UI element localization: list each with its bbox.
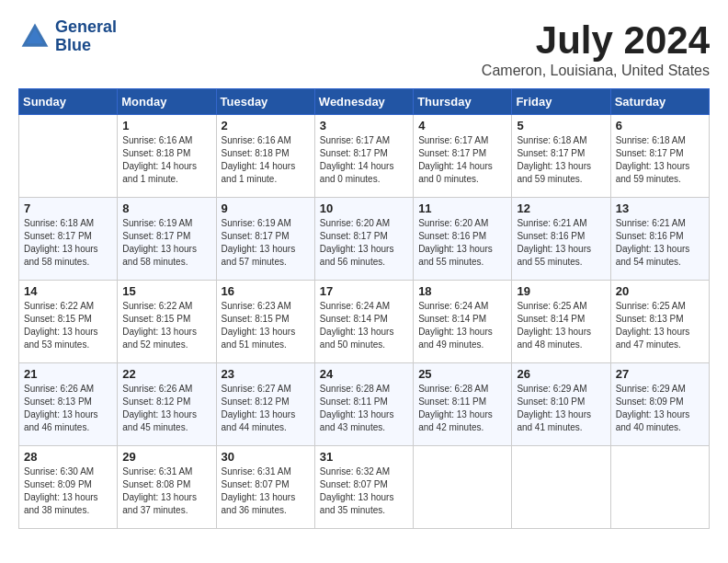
day-info: Sunrise: 6:18 AMSunset: 8:17 PMDaylight:… [517,134,605,186]
week-row-1: 1Sunrise: 6:16 AMSunset: 8:18 PMDaylight… [19,115,710,198]
day-info: Sunrise: 6:26 AMSunset: 8:12 PMDaylight:… [122,383,210,434]
calendar-cell [610,446,709,529]
calendar-cell: 25Sunrise: 6:28 AMSunset: 8:11 PMDayligh… [414,363,512,446]
day-number: 6 [616,119,704,132]
calendar-cell: 21Sunrise: 6:26 AMSunset: 8:13 PMDayligh… [19,363,118,446]
calendar-cell: 11Sunrise: 6:20 AMSunset: 8:16 PMDayligh… [414,198,512,281]
calendar-cell: 19Sunrise: 6:25 AMSunset: 8:14 PMDayligh… [512,281,610,363]
day-number: 20 [616,284,704,298]
day-number: 13 [616,201,704,215]
calendar-cell: 6Sunrise: 6:18 AMSunset: 8:17 PMDaylight… [610,115,709,198]
week-row-5: 28Sunrise: 6:30 AMSunset: 8:09 PMDayligh… [19,446,710,529]
week-row-2: 7Sunrise: 6:18 AMSunset: 8:17 PMDaylight… [19,198,710,281]
day-number: 18 [418,284,506,298]
day-number: 1 [122,119,210,132]
day-number: 27 [616,367,704,381]
day-number: 29 [122,450,210,464]
calendar-cell: 22Sunrise: 6:26 AMSunset: 8:12 PMDayligh… [118,363,216,446]
calendar-cell: 4Sunrise: 6:17 AMSunset: 8:17 PMDaylight… [414,115,512,198]
day-info: Sunrise: 6:18 AMSunset: 8:17 PMDaylight:… [24,217,112,269]
day-number: 3 [320,119,408,132]
day-info: Sunrise: 6:18 AMSunset: 8:17 PMDaylight:… [616,134,704,186]
day-info: Sunrise: 6:21 AMSunset: 8:16 PMDaylight:… [517,217,605,269]
day-info: Sunrise: 6:31 AMSunset: 8:07 PMDaylight:… [222,465,310,517]
logo-line1: General [55,18,117,37]
logo-text: General Blue [55,18,117,55]
day-number: 31 [320,450,408,464]
calendar-cell [19,115,118,198]
calendar-cell: 12Sunrise: 6:21 AMSunset: 8:16 PMDayligh… [512,198,610,281]
day-info: Sunrise: 6:31 AMSunset: 8:08 PMDaylight:… [122,465,210,517]
day-number: 7 [24,201,112,215]
day-number: 9 [222,201,310,215]
day-number: 2 [222,119,310,132]
day-number: 28 [24,450,112,464]
day-number: 12 [517,201,605,215]
day-number: 10 [320,201,408,215]
calendar-cell: 13Sunrise: 6:21 AMSunset: 8:16 PMDayligh… [610,198,709,281]
weekday-header-sunday: Sunday [19,89,118,115]
calendar-cell: 24Sunrise: 6:28 AMSunset: 8:11 PMDayligh… [314,363,413,446]
calendar-cell: 9Sunrise: 6:19 AMSunset: 8:17 PMDaylight… [216,198,314,281]
week-row-4: 21Sunrise: 6:26 AMSunset: 8:13 PMDayligh… [19,363,710,446]
calendar-cell: 29Sunrise: 6:31 AMSunset: 8:08 PMDayligh… [118,446,216,529]
logo: General Blue [18,18,117,55]
location: Cameron, Louisiana, United States [482,63,710,79]
page-header: General Blue July 2024 Cameron, Louisian… [18,18,710,79]
day-info: Sunrise: 6:25 AMSunset: 8:14 PMDaylight:… [517,300,605,351]
day-info: Sunrise: 6:19 AMSunset: 8:17 PMDaylight:… [222,217,310,269]
day-number: 23 [222,367,310,381]
day-number: 5 [517,119,605,132]
calendar-cell: 2Sunrise: 6:16 AMSunset: 8:18 PMDaylight… [216,115,314,198]
calendar-cell: 7Sunrise: 6:18 AMSunset: 8:17 PMDaylight… [19,198,118,281]
calendar-cell: 20Sunrise: 6:25 AMSunset: 8:13 PMDayligh… [610,281,709,363]
day-number: 26 [517,367,605,381]
calendar-cell: 10Sunrise: 6:20 AMSunset: 8:17 PMDayligh… [314,198,413,281]
day-number: 30 [222,450,310,464]
day-info: Sunrise: 6:22 AMSunset: 8:15 PMDaylight:… [122,300,210,351]
day-number: 17 [320,284,408,298]
calendar-cell: 30Sunrise: 6:31 AMSunset: 8:07 PMDayligh… [216,446,314,529]
day-info: Sunrise: 6:26 AMSunset: 8:13 PMDaylight:… [24,383,112,434]
day-info: Sunrise: 6:17 AMSunset: 8:17 PMDaylight:… [418,134,506,186]
day-info: Sunrise: 6:20 AMSunset: 8:17 PMDaylight:… [320,217,408,269]
calendar-cell: 17Sunrise: 6:24 AMSunset: 8:14 PMDayligh… [314,281,413,363]
weekday-header-friday: Friday [512,89,610,115]
day-info: Sunrise: 6:29 AMSunset: 8:09 PMDaylight:… [616,383,704,434]
day-info: Sunrise: 6:19 AMSunset: 8:17 PMDaylight:… [122,217,210,269]
day-number: 25 [418,367,506,381]
calendar-cell: 3Sunrise: 6:17 AMSunset: 8:17 PMDaylight… [314,115,413,198]
day-number: 22 [122,367,210,381]
calendar-cell: 27Sunrise: 6:29 AMSunset: 8:09 PMDayligh… [610,363,709,446]
calendar-cell: 18Sunrise: 6:24 AMSunset: 8:14 PMDayligh… [414,281,512,363]
weekday-header-wednesday: Wednesday [314,89,413,115]
calendar-cell: 15Sunrise: 6:22 AMSunset: 8:15 PMDayligh… [118,281,216,363]
day-info: Sunrise: 6:29 AMSunset: 8:10 PMDaylight:… [517,383,605,434]
month-title: July 2024 [482,18,710,63]
day-info: Sunrise: 6:22 AMSunset: 8:15 PMDaylight:… [24,300,112,351]
day-info: Sunrise: 6:24 AMSunset: 8:14 PMDaylight:… [418,300,506,351]
title-area: July 2024 Cameron, Louisiana, United Sta… [482,18,710,79]
day-number: 21 [24,367,112,381]
calendar-cell [512,446,610,529]
day-info: Sunrise: 6:17 AMSunset: 8:17 PMDaylight:… [320,134,408,186]
day-info: Sunrise: 6:28 AMSunset: 8:11 PMDaylight:… [418,383,506,434]
logo-icon [18,20,51,53]
day-number: 19 [517,284,605,298]
day-info: Sunrise: 6:24 AMSunset: 8:14 PMDaylight:… [320,300,408,351]
weekday-header-tuesday: Tuesday [216,89,314,115]
week-row-3: 14Sunrise: 6:22 AMSunset: 8:15 PMDayligh… [19,281,710,363]
day-number: 14 [24,284,112,298]
day-info: Sunrise: 6:30 AMSunset: 8:09 PMDaylight:… [24,465,112,517]
day-info: Sunrise: 6:28 AMSunset: 8:11 PMDaylight:… [320,383,408,434]
calendar-cell: 26Sunrise: 6:29 AMSunset: 8:10 PMDayligh… [512,363,610,446]
day-number: 4 [418,119,506,132]
day-info: Sunrise: 6:21 AMSunset: 8:16 PMDaylight:… [616,217,704,269]
calendar-cell: 28Sunrise: 6:30 AMSunset: 8:09 PMDayligh… [19,446,118,529]
day-info: Sunrise: 6:25 AMSunset: 8:13 PMDaylight:… [616,300,704,351]
calendar-cell: 5Sunrise: 6:18 AMSunset: 8:17 PMDaylight… [512,115,610,198]
day-info: Sunrise: 6:32 AMSunset: 8:07 PMDaylight:… [320,465,408,517]
calendar-cell [414,446,512,529]
day-number: 15 [122,284,210,298]
day-number: 24 [320,367,408,381]
